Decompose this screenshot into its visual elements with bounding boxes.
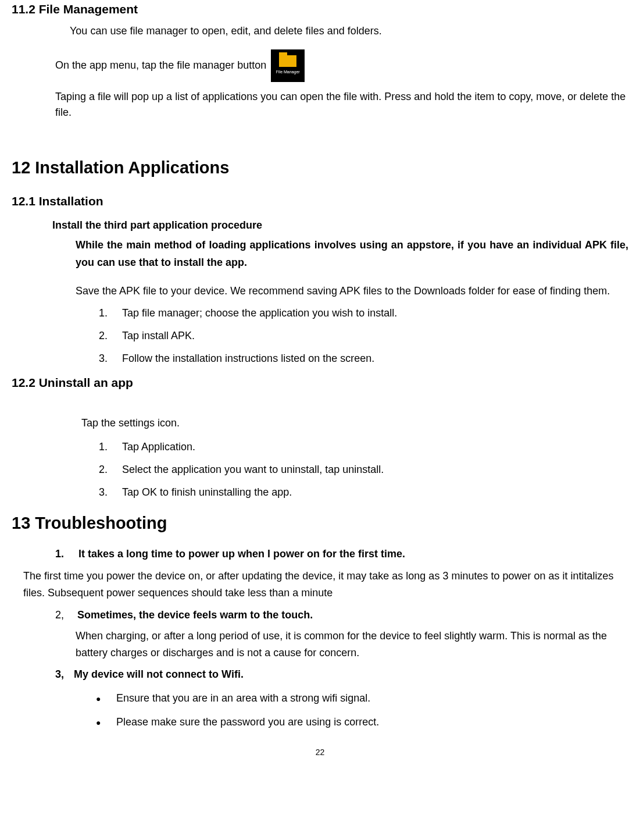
trouble-2-title: Sometimes, the device feels warm to the … [77, 609, 313, 621]
section-12-heading: 12 Installation Applications [12, 155, 628, 181]
trouble-3-num: 3, [55, 668, 64, 680]
list-item: 1. Tap Application. [99, 439, 628, 455]
list-item: 1. Tap file manager; choose the applicat… [99, 305, 628, 321]
step-text: Tap OK to finish uninstalling the app. [122, 485, 292, 500]
section-11-2-p3: Taping a file will pop up a list of appl… [55, 89, 628, 120]
list-item: 2. Select the application you want to un… [99, 462, 628, 478]
step-number: 2. [99, 462, 122, 478]
folder-icon [279, 55, 296, 67]
bullet-icon: ● [96, 693, 116, 705]
list-item: 2. Tap install APK. [99, 328, 628, 344]
bullet-text: Please make sure the password you are us… [116, 714, 379, 730]
section-12-2-heading: 12.2 Uninstall an app [12, 373, 628, 392]
section-13-heading: 13 Troubleshooting [12, 511, 628, 536]
install-para: Save the APK file to your device. We rec… [76, 282, 628, 300]
list-item: ● Ensure that you are in an area with a … [96, 690, 628, 706]
section-11-2-p1: You can use file manager to open, edit, … [70, 23, 628, 39]
step-number: 1. [99, 305, 122, 321]
list-item: 3. Follow the installation instructions … [99, 351, 628, 366]
trouble-3-title: My device will not connect to Wifi. [74, 668, 244, 680]
trouble-item-2: 2, Sometimes, the device feels warm to t… [55, 607, 628, 623]
wifi-bullets: ● Ensure that you are in an area with a … [96, 690, 628, 730]
trouble-1-body: The first time you power the device on, … [23, 568, 628, 601]
step-text: Tap file manager; choose the application… [122, 305, 397, 321]
install-steps-list: 1. Tap file manager; choose the applicat… [99, 305, 628, 366]
file-manager-icon: File Manager [271, 49, 305, 82]
section-11-2-heading: 11.2 File Management [12, 0, 628, 19]
trouble-1-title: It takes a long time to power up when I … [78, 548, 405, 560]
list-item: ● Please make sure the password you are … [96, 714, 628, 730]
uninstall-steps-list: 1. Tap Application. 2. Select the applic… [99, 439, 628, 500]
section-11-2-p2: On the app menu, tap the file manager bu… [55, 58, 266, 73]
trouble-2-num: 2, [55, 609, 64, 621]
uninstall-lead: Tap the settings icon. [81, 415, 628, 431]
icon-row: On the app menu, tap the file manager bu… [55, 49, 628, 82]
bullet-icon: ● [96, 717, 116, 729]
bullet-text: Ensure that you are in an area with a st… [116, 690, 370, 706]
list-item: 3. Tap OK to finish uninstalling the app… [99, 485, 628, 500]
step-text: Tap Application. [122, 439, 195, 455]
step-text: Select the application you want to unins… [122, 462, 384, 478]
page-number: 22 [12, 746, 628, 759]
trouble-1-num: 1. [55, 548, 64, 560]
trouble-2-body: When charging, or after a long period of… [76, 628, 628, 661]
install-procedure-title: Install the third part application proce… [52, 218, 628, 233]
install-bold-para: While the main method of loading applica… [76, 236, 628, 272]
step-text: Follow the installation instructions lis… [122, 351, 374, 366]
step-text: Tap install APK. [122, 328, 195, 344]
step-number: 2. [99, 328, 122, 344]
trouble-item-3: 3, My device will not connect to Wifi. [55, 667, 628, 682]
trouble-item-1: 1. It takes a long time to power up when… [55, 546, 628, 562]
file-manager-label: File Manager [276, 69, 300, 76]
step-number: 1. [99, 439, 122, 455]
step-number: 3. [99, 351, 122, 366]
section-12-1-heading: 12.1 Installation [12, 192, 628, 211]
step-number: 3. [99, 485, 122, 500]
